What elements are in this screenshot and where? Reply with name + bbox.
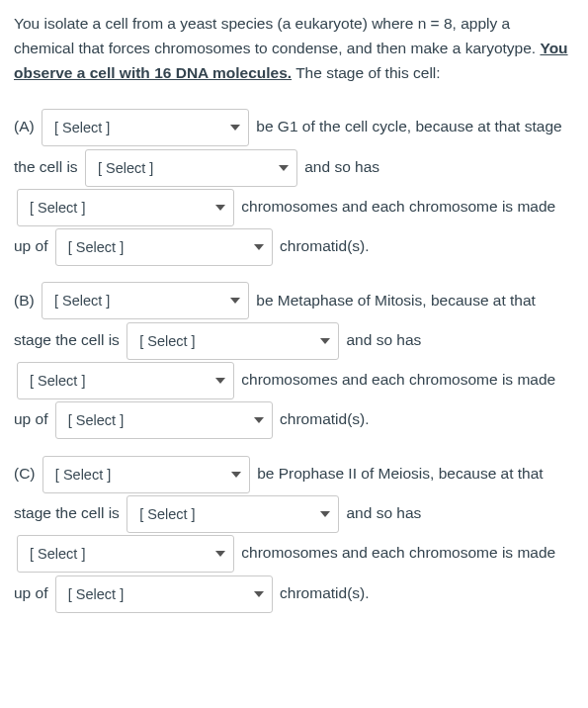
- part-a-label: (A): [14, 118, 35, 134]
- part-c: (C) [ Select ] be Prophase II of Meiosis…: [14, 454, 574, 613]
- part-b-select-1[interactable]: [ Select ]: [42, 282, 249, 319]
- part-b-select-2[interactable]: [ Select ]: [126, 322, 339, 360]
- part-c-text-4: chromatid(s).: [276, 584, 370, 601]
- part-a-text-2: and so has: [300, 158, 379, 175]
- question-intro: You isolate a cell from a yeast species …: [14, 12, 574, 85]
- part-c-label: (C): [14, 465, 36, 482]
- part-a-text-4: chromatid(s).: [276, 237, 370, 254]
- part-b-label: (B): [14, 292, 35, 309]
- part-b-select-3[interactable]: [ Select ]: [17, 362, 234, 399]
- part-a-select-2[interactable]: [ Select ]: [85, 149, 297, 187]
- part-b-text-4: chromatid(s).: [276, 410, 370, 427]
- intro-pre: You isolate a cell from a yeast species …: [14, 15, 540, 56]
- part-b-select-4[interactable]: [ Select ]: [55, 401, 273, 439]
- part-a-select-4[interactable]: [ Select ]: [55, 228, 273, 266]
- part-c-text-2: and so has: [342, 504, 421, 521]
- part-a-select-1[interactable]: [ Select ]: [42, 109, 249, 146]
- part-c-select-1[interactable]: [ Select ]: [42, 456, 250, 493]
- part-b-text-2: and so has: [342, 331, 421, 348]
- part-b: (B) [ Select ] be Metaphase of Mitosis, …: [14, 281, 574, 440]
- part-c-select-3[interactable]: [ Select ]: [17, 535, 234, 573]
- part-a: (A) [ Select ] be G1 of the cell cycle, …: [14, 107, 574, 266]
- part-c-select-4[interactable]: [ Select ]: [55, 575, 273, 613]
- part-a-select-3[interactable]: [ Select ]: [17, 189, 234, 226]
- part-c-select-2[interactable]: [ Select ]: [126, 495, 339, 533]
- intro-post: The stage of this cell:: [292, 64, 441, 81]
